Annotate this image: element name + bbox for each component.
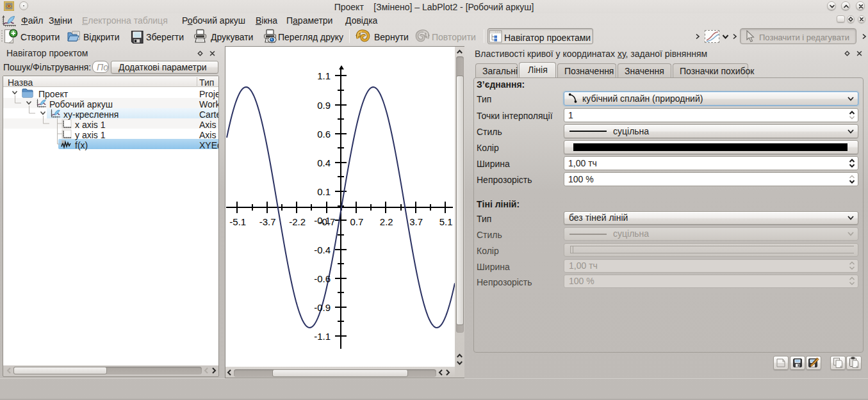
svg-text:0.1: 0.1 [317,186,331,197]
svg-text:-2.2: -2.2 [289,216,306,227]
svg-text:-0.4: -0.4 [314,244,331,255]
svg-text:5.1: 5.1 [439,216,453,227]
svg-text:-0.1: -0.1 [314,215,331,226]
svg-text:0.7: 0.7 [350,216,363,227]
svg-text:-0.9: -0.9 [314,302,331,313]
svg-text:-3.7: -3.7 [259,216,276,227]
svg-text:-1.1: -1.1 [314,331,331,342]
svg-text:0.6: 0.6 [317,129,331,140]
svg-text:3.7: 3.7 [409,216,423,227]
svg-text:-0.6: -0.6 [314,273,331,284]
svg-text:-5.1: -5.1 [229,216,246,227]
svg-text:1.1: 1.1 [317,70,331,81]
svg-text:2.2: 2.2 [380,216,393,227]
svg-text:0.9: 0.9 [317,100,331,111]
svg-text:0.4: 0.4 [317,157,331,168]
